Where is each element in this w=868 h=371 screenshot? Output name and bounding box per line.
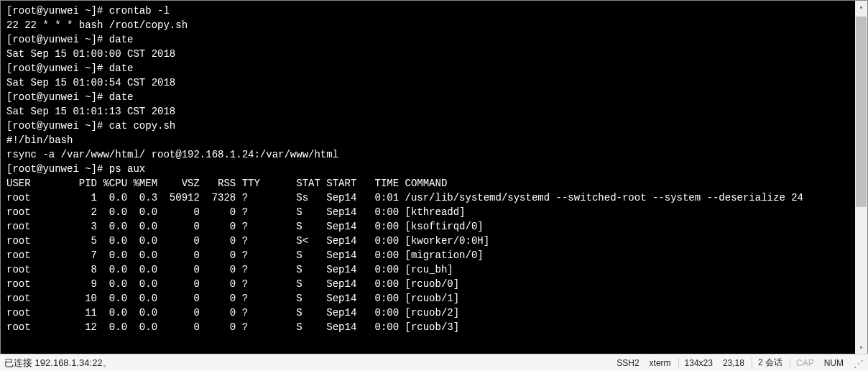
connection-status: 已连接 192.168.1.34:22。 xyxy=(4,357,614,370)
vertical-scrollbar[interactable]: ▴ ▾ xyxy=(855,1,867,354)
terminal-size: 134x23 xyxy=(678,358,716,368)
terminal-output[interactable]: [root@yunwei ~]# crontab -l 22 22 * * * … xyxy=(6,4,862,334)
cursor-position: 23,18 xyxy=(720,358,747,368)
status-right-group: SSH2 xterm 134x23 23,18 2 会话 CAP NUM xyxy=(614,357,864,369)
terminal-type: xterm xyxy=(647,358,674,368)
caps-lock-indicator: CAP xyxy=(790,358,817,368)
terminal-window[interactable]: [root@yunwei ~]# crontab -l 22 22 * * * … xyxy=(0,0,868,354)
scroll-down-arrow[interactable]: ▾ xyxy=(855,342,867,354)
scrollbar-track[interactable] xyxy=(855,13,867,342)
status-bar: 已连接 192.168.1.34:22。 SSH2 xterm 134x23 2… xyxy=(0,354,868,371)
resize-grip-icon[interactable] xyxy=(854,358,864,368)
protocol-label: SSH2 xyxy=(614,358,642,368)
scroll-up-arrow[interactable]: ▴ xyxy=(855,1,867,13)
scrollbar-thumb[interactable] xyxy=(856,17,867,207)
num-lock-indicator: NUM xyxy=(821,358,846,368)
session-count: 2 会话 xyxy=(752,357,785,369)
